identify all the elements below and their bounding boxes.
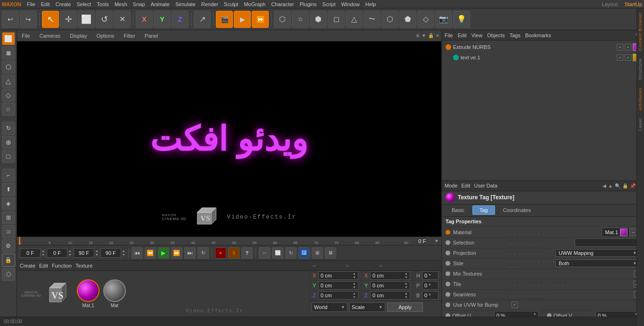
max-spin-up-icon[interactable]: ▲ — [95, 249, 99, 253]
goto-end-button[interactable]: ⏭ — [184, 247, 196, 259]
prop-value-material[interactable]: Mat.1 → — [602, 228, 640, 237]
move-tool-button[interactable]: ✛ — [60, 11, 77, 28]
viewport-expand-icon[interactable]: ⊕ — [416, 33, 420, 38]
mat-texture-menu[interactable]: Texture — [75, 263, 92, 269]
sidebar-live-select[interactable]: ☆ — [2, 103, 15, 116]
undo-button[interactable]: ↩ — [2, 11, 19, 28]
cy2-up[interactable]: ▲ — [405, 282, 408, 285]
menu-render[interactable]: Render — [201, 1, 218, 7]
spin-up-icon[interactable]: ▲ — [41, 249, 45, 253]
obj-file-menu[interactable]: File — [445, 33, 453, 38]
render-viewport-button[interactable]: ▶ — [234, 11, 251, 28]
cz2-down[interactable]: ▼ — [405, 295, 408, 299]
mat-color-swatch[interactable] — [620, 228, 627, 236]
render-all-button[interactable]: ⏩ — [252, 11, 269, 28]
sidebar-coord[interactable]: ⊕ — [2, 136, 15, 149]
menu-help[interactable]: Help — [365, 1, 376, 7]
sidebar-poly-mode[interactable]: ⬡ — [2, 60, 15, 73]
menu-sculpt[interactable]: Sculpt — [224, 1, 239, 7]
nurbs-button[interactable]: ⬡ — [381, 11, 398, 28]
menu-plugins[interactable]: Plugins — [300, 1, 317, 7]
cy2-spin[interactable]: ▲▼ — [405, 282, 408, 289]
menu-tools[interactable]: Tools — [97, 1, 109, 7]
mat-arrow-btn[interactable]: → — [629, 228, 637, 236]
pos-key-button[interactable]: 🅿 — [298, 247, 310, 259]
viewport-tab-display[interactable]: Display — [67, 32, 90, 40]
menu-create[interactable]: Create — [56, 1, 71, 7]
coord-x-spin[interactable]: ▲▼ — [353, 272, 356, 279]
sphere-button[interactable]: ○ — [292, 11, 309, 28]
offset-v-input[interactable]: 0 % ▲▼ — [595, 311, 640, 317]
sidebar-brush[interactable]: ⚙ — [2, 239, 15, 253]
menu-snap[interactable]: Snap — [133, 1, 145, 7]
menu-file[interactable]: File — [27, 1, 35, 7]
offset-u-spin[interactable]: ▲▼ — [533, 312, 537, 317]
ou-up[interactable]: ▲ — [533, 312, 537, 316]
spline-button[interactable]: 〜 — [363, 11, 380, 28]
rotation-key-button[interactable]: ↻ — [285, 247, 297, 259]
projection-dropdown[interactable]: UWW Mapping ▼ — [555, 249, 640, 257]
scale-key-button[interactable]: ⬜ — [272, 247, 283, 259]
sidebar-extrude[interactable]: ⬆ — [2, 183, 15, 196]
cx-up[interactable]: ▲ — [353, 272, 356, 276]
menu-edit[interactable]: Edit — [41, 1, 50, 7]
menu-mesh[interactable]: Mesh — [115, 1, 127, 7]
obj-objects-menu[interactable]: Objects — [487, 33, 504, 38]
redo-button[interactable]: ↪ — [20, 11, 37, 28]
cx2-down[interactable]: ▼ — [405, 276, 408, 279]
side-dropdown[interactable]: Both ▼ — [555, 260, 640, 267]
menu-script[interactable]: Script — [322, 1, 336, 7]
vtab-layer[interactable]: Layer — [637, 114, 644, 135]
coord-x-position-input[interactable]: 0 cm ▲▼ — [318, 271, 358, 280]
auto-key-button[interactable]: ⏸ — [228, 247, 239, 259]
plane-button[interactable]: ◻ — [328, 11, 345, 28]
vtab-content-browser[interactable]: Content Browser — [637, 30, 644, 55]
sidebar-bridge[interactable]: ⊞ — [2, 211, 15, 224]
coord-y2-input[interactable]: 0 cm ▲▼ — [370, 281, 410, 290]
menu-window[interactable]: Window — [341, 1, 360, 7]
world-dropdown[interactable]: World ▼ — [312, 302, 347, 312]
viewport-lock-icon[interactable]: 🔒 — [428, 33, 434, 38]
obj-text-check-1[interactable]: ✓ — [617, 54, 623, 61]
coord-b-input[interactable]: 0 ° — [422, 291, 438, 300]
rotate-tool-button[interactable]: ↺ — [96, 11, 113, 28]
menu-animate[interactable]: Animate — [151, 1, 170, 7]
camera-button[interactable]: 📷 — [435, 11, 452, 28]
cube-button[interactable]: ⬡ — [274, 11, 291, 28]
cx-down[interactable]: ▼ — [353, 276, 356, 279]
obj-view-menu[interactable]: View — [471, 33, 483, 38]
obj-check-1[interactable]: ✓ — [617, 44, 623, 50]
x-axis-button[interactable]: X — [136, 11, 153, 28]
scale-dropdown[interactable]: Scale ▼ — [349, 302, 385, 312]
apply-button[interactable]: Apply — [387, 302, 423, 312]
cy2-down[interactable]: ▼ — [405, 285, 408, 289]
viewport-tab-filter[interactable]: Filter — [121, 32, 138, 40]
end-spin-up-icon[interactable]: ▲ — [122, 249, 125, 253]
max-spin-down-icon[interactable]: ▼ — [95, 253, 99, 257]
max-frame-input[interactable] — [74, 248, 94, 258]
end-frame-input[interactable] — [100, 248, 121, 258]
coord-h-input[interactable]: 0 ° — [422, 271, 438, 280]
play-button[interactable]: ▶ — [158, 247, 169, 259]
vtab-attributes[interactable]: Attributes — [637, 84, 644, 114]
timeline-expand-icon[interactable]: ▼ — [433, 237, 440, 245]
vtab-structure[interactable]: Structure — [637, 55, 644, 84]
grid-key-button[interactable]: ⊞ — [312, 247, 323, 259]
polygon-button[interactable]: △ — [346, 11, 363, 28]
viewport-close-icon[interactable]: ✕ — [436, 33, 439, 38]
mat-edit-menu[interactable]: Edit — [39, 263, 48, 269]
sidebar-snap[interactable]: ↻ — [2, 122, 15, 135]
main-viewport[interactable]: ویدئو افکت MAXON CINEMA 4D — [17, 41, 441, 236]
attr-tab-tag[interactable]: Tag — [472, 205, 495, 215]
attr-userdata-menu[interactable]: User Data — [474, 183, 498, 188]
sidebar-texture-mode[interactable]: ▦ — [2, 46, 15, 59]
mat-create-menu[interactable]: Create — [20, 263, 35, 269]
generator-button[interactable]: ⬟ — [399, 11, 416, 28]
material-item-0[interactable]: Mat.1 — [77, 279, 99, 308]
selection-input[interactable] — [575, 238, 641, 247]
attr-mode-menu[interactable]: Mode — [445, 183, 458, 188]
max-frame-spin[interactable]: ▲ ▼ — [95, 249, 99, 257]
cz-spin[interactable]: ▲▼ — [353, 292, 356, 299]
cy-down[interactable]: ▼ — [353, 285, 356, 289]
prev-frame-button[interactable]: ⏪ — [145, 247, 156, 259]
